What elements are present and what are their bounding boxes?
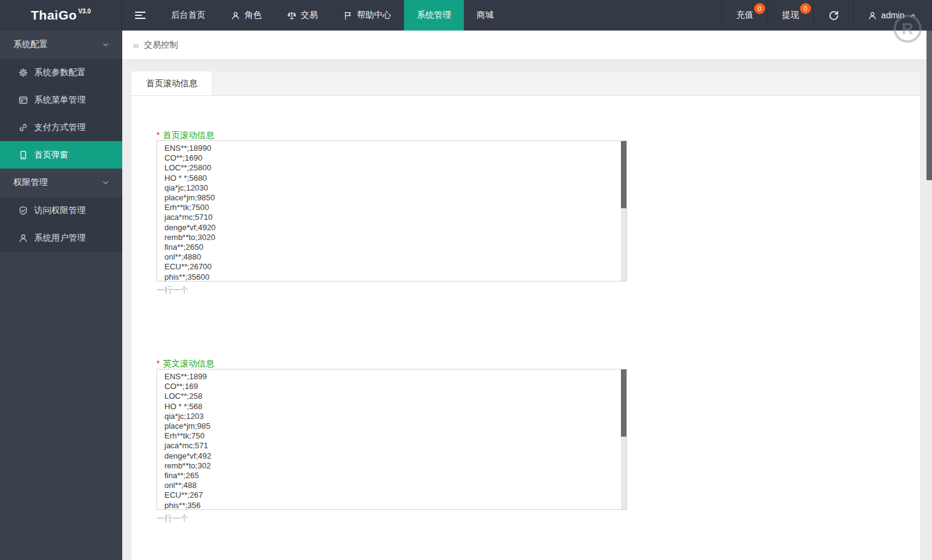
field-hint: 一行一个 bbox=[156, 285, 920, 296]
sidebar-item-payment-methods[interactable]: 支付方式管理 bbox=[0, 114, 122, 141]
username: admin bbox=[881, 10, 904, 20]
home-scroll-info-textarea[interactable]: ENS**;18990 CO**;1690 LOC**;25800 HO * *… bbox=[156, 140, 627, 282]
chevron-down-icon bbox=[101, 178, 110, 187]
textarea-scrollbar-thumb[interactable] bbox=[621, 369, 626, 437]
chevron-down-icon bbox=[101, 40, 110, 49]
sidebar: 系统配置 系统参数配置 系统菜单管理 支付方式管理 首页弹窗 权限管理 访问权限… bbox=[0, 31, 122, 560]
field-label-text: 首页滚动信息 bbox=[163, 130, 214, 140]
person-icon bbox=[231, 11, 240, 20]
person-icon bbox=[18, 233, 28, 243]
nav-item-trade[interactable]: 交易 bbox=[274, 0, 331, 31]
textarea-wrapper: ENS**;1899 CO**;169 LOC**;258 HO * *;568… bbox=[156, 369, 627, 510]
sidebar-item-access-permissions[interactable]: 访问权限管理 bbox=[0, 197, 122, 224]
caret-up-icon bbox=[909, 11, 917, 20]
flag-icon bbox=[343, 11, 353, 20]
refresh-button[interactable] bbox=[813, 0, 853, 31]
refresh-icon bbox=[828, 10, 839, 21]
sidebar-item-label: 系统参数配置 bbox=[34, 67, 86, 78]
recharge-badge: 0 bbox=[754, 3, 765, 14]
tab-home-scroll-info[interactable]: 首页滚动信息 bbox=[131, 71, 213, 95]
tab-label: 首页滚动信息 bbox=[146, 78, 197, 89]
field-hint: 一行一个 bbox=[156, 513, 920, 524]
textarea-scrollbar-track[interactable] bbox=[621, 141, 626, 281]
tab-strip: 首页滚动信息 bbox=[131, 71, 920, 96]
sidebar-group-label: 系统配置 bbox=[13, 39, 101, 50]
nav-item-label: 商城 bbox=[477, 10, 494, 21]
person-icon bbox=[868, 11, 877, 20]
nav-item-label: 帮助中心 bbox=[357, 10, 391, 21]
nav-item-mall[interactable]: 商城 bbox=[464, 0, 507, 31]
content-panel: 首页滚动信息 *首页滚动信息 ENS**;18990 CO**;1690 LOC… bbox=[131, 71, 920, 560]
sidebar-item-label: 首页弹窗 bbox=[34, 150, 68, 161]
textarea-scrollbar-thumb[interactable] bbox=[621, 141, 626, 208]
window-icon bbox=[18, 95, 28, 105]
recharge-label: 充值 bbox=[736, 10, 754, 21]
breadcrumb: 交易控制 bbox=[144, 40, 178, 51]
sidebar-item-label: 访问权限管理 bbox=[34, 205, 86, 216]
page-scrollbar-thumb[interactable] bbox=[926, 31, 932, 180]
field-home-scroll-info: *首页滚动信息 ENS**;18990 CO**;1690 LOC**;2580… bbox=[156, 129, 920, 296]
sidebar-group-system-config[interactable]: 系统配置 bbox=[0, 31, 122, 59]
withdraw-button[interactable]: 提现 0 bbox=[768, 0, 813, 31]
required-asterisk: * bbox=[156, 130, 160, 140]
sidebar-group-permissions[interactable]: 权限管理 bbox=[0, 169, 122, 197]
sidebar-submenu-permissions: 访问权限管理 系统用户管理 bbox=[0, 197, 122, 252]
sidebar-item-home-popup[interactable]: 首页弹窗 bbox=[0, 141, 122, 169]
nav-item-help-center[interactable]: 帮助中心 bbox=[331, 0, 404, 31]
field-label: *英文滚动信息 bbox=[156, 358, 920, 369]
app-name: ThaiGo bbox=[31, 8, 77, 23]
sidebar-item-label: 系统菜单管理 bbox=[34, 95, 86, 106]
sidebar-group-label: 权限管理 bbox=[13, 177, 101, 188]
sidebar-item-system-menu[interactable]: 系统菜单管理 bbox=[0, 86, 122, 114]
textarea-wrapper: ENS**;18990 CO**;1690 LOC**;25800 HO * *… bbox=[156, 140, 627, 282]
navbar-right: 充值 0 提现 0 admin bbox=[722, 0, 932, 31]
sidebar-item-system-users[interactable]: 系统用户管理 bbox=[0, 224, 122, 252]
withdraw-badge: 0 bbox=[800, 3, 811, 14]
sidebar-collapse-button[interactable] bbox=[122, 0, 158, 31]
scroll-info-form: *首页滚动信息 ENS**;18990 CO**;1690 LOC**;2580… bbox=[131, 96, 920, 524]
field-label: *首页滚动信息 bbox=[156, 129, 920, 140]
field-english-scroll-info: *英文滚动信息 ENS**;1899 CO**;169 LOC**;258 HO… bbox=[156, 358, 920, 524]
required-asterisk: * bbox=[156, 358, 160, 368]
main-content: » 交易控制 首页滚动信息 *首页滚动信息 ENS**;18990 CO**;1… bbox=[122, 31, 932, 560]
top-navbar: ThaiGo V3.0 后台首页 角色 交易 帮助中心 系统管理 商城 充值 bbox=[0, 0, 932, 31]
sidebar-item-label: 系统用户管理 bbox=[34, 233, 86, 244]
nav-item-dashboard[interactable]: 后台首页 bbox=[158, 0, 218, 31]
sidebar-item-system-params[interactable]: 系统参数配置 bbox=[0, 59, 122, 86]
double-chevron-icon: » bbox=[133, 39, 139, 51]
breadcrumb-bar: » 交易控制 bbox=[122, 31, 932, 60]
nav-item-label: 角色 bbox=[244, 10, 262, 21]
hamburger-icon bbox=[135, 10, 145, 21]
gear-icon bbox=[18, 68, 28, 78]
sidebar-submenu-system-config: 系统参数配置 系统菜单管理 支付方式管理 首页弹窗 bbox=[0, 59, 122, 169]
main-menu: 后台首页 角色 交易 帮助中心 系统管理 商城 bbox=[158, 0, 507, 31]
page-scrollbar-track[interactable] bbox=[926, 31, 932, 560]
user-menu[interactable]: admin bbox=[853, 0, 932, 31]
nav-item-label: 交易 bbox=[301, 10, 318, 21]
field-label-text: 英文滚动信息 bbox=[163, 358, 214, 368]
app-logo: ThaiGo V3.0 bbox=[0, 0, 122, 31]
scales-icon bbox=[287, 11, 296, 20]
nav-item-label: 系统管理 bbox=[417, 10, 451, 21]
tablet-icon bbox=[18, 150, 28, 160]
sidebar-item-label: 支付方式管理 bbox=[34, 122, 86, 133]
app-version: V3.0 bbox=[78, 8, 91, 15]
recharge-button[interactable]: 充值 0 bbox=[722, 0, 768, 31]
shield-check-icon bbox=[18, 206, 28, 216]
english-scroll-info-textarea[interactable]: ENS**;1899 CO**;169 LOC**;258 HO * *;568… bbox=[156, 369, 627, 510]
withdraw-label: 提现 bbox=[782, 10, 799, 21]
nav-item-system-management[interactable]: 系统管理 bbox=[404, 0, 464, 31]
nav-item-roles[interactable]: 角色 bbox=[218, 0, 274, 31]
textarea-scrollbar-track[interactable] bbox=[621, 369, 626, 509]
link-icon bbox=[18, 123, 28, 133]
nav-item-label: 后台首页 bbox=[171, 10, 205, 21]
